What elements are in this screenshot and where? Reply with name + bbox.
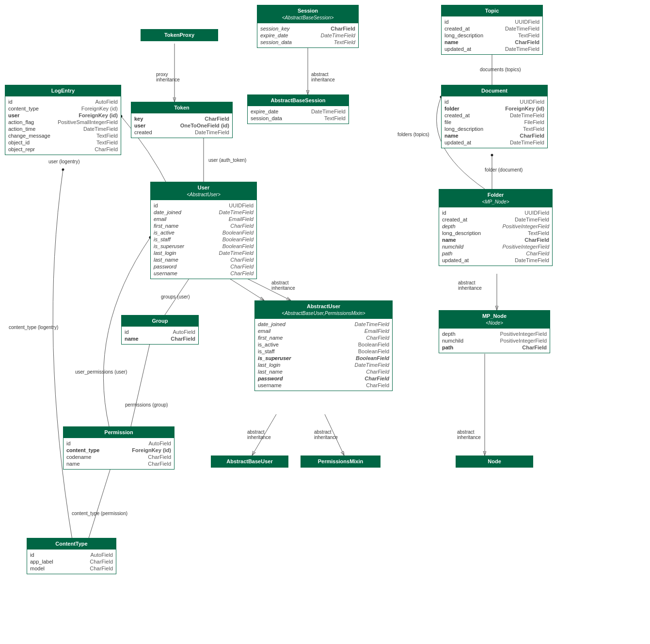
label-documents-topics: documents (topics) bbox=[480, 67, 521, 72]
entity-title: Topic bbox=[485, 8, 499, 14]
table-row: change_messageTextField bbox=[8, 132, 118, 139]
table-row: expire_dateDateTimeField bbox=[251, 108, 346, 115]
entity-user: User <AbstractUser> idUUIDField date_joi… bbox=[150, 182, 257, 279]
table-row: content_typeForeignKey (id) bbox=[66, 447, 171, 454]
table-row: emailEmailField bbox=[258, 328, 389, 334]
entity-title: Permission bbox=[104, 429, 133, 435]
entity-subtitle: <AbstractBaseUser,PermissionsMixin> bbox=[259, 310, 388, 317]
entity-contentType: ContentType idAutoField app_labelCharFie… bbox=[27, 538, 116, 574]
table-row: idAutoField bbox=[66, 440, 171, 447]
table-row: last_loginDateTimeField bbox=[154, 250, 254, 256]
table-row: numchildPositiveIntegerField bbox=[442, 243, 549, 250]
entity-body-contentType: idAutoField app_labelCharField modelChar… bbox=[27, 550, 116, 574]
table-row: object_idTextField bbox=[8, 139, 118, 146]
table-row: idAutoField bbox=[125, 329, 195, 335]
table-row: object_reprCharField bbox=[8, 146, 118, 153]
table-row: is_superuserBooleanField bbox=[154, 243, 254, 250]
label-folders-topics: folders (topics) bbox=[397, 132, 429, 137]
label-content-type-permission: content_type (permission) bbox=[72, 511, 127, 516]
table-row: userOneToOneField (id) bbox=[134, 122, 229, 129]
entity-title: User bbox=[155, 184, 253, 191]
table-row: emailEmailField bbox=[154, 216, 254, 222]
label-user-permissions-user: user_permissions (user) bbox=[75, 369, 127, 375]
entity-header-abstractBaseSession: AbstractBaseSession bbox=[248, 95, 349, 106]
table-row: long_descriptionTextField bbox=[444, 126, 544, 132]
table-row: long_descriptionTextField bbox=[442, 230, 549, 236]
table-row: nameCharField bbox=[444, 39, 539, 46]
table-row: action_timeDateTimeField bbox=[8, 126, 118, 132]
label-abstract-inheritance-mpnode: abstract inheritance bbox=[458, 280, 482, 291]
entity-title: Document bbox=[481, 88, 507, 94]
table-row: is_staffBooleanField bbox=[154, 236, 254, 243]
table-row: nameCharField bbox=[442, 236, 549, 243]
table-row: action_flagPositiveSmallIntegerField bbox=[8, 119, 118, 126]
entity-header-topic: Topic bbox=[442, 5, 542, 16]
label-folder-document: folder (document) bbox=[485, 167, 523, 173]
entity-abstractBaseSession: AbstractBaseSession expire_dateDateTimeF… bbox=[247, 94, 349, 124]
entity-body-permission: idAutoField content_typeForeignKey (id) … bbox=[63, 438, 174, 469]
entity-topic: Topic idUUIDField created_atDateTimeFiel… bbox=[441, 5, 543, 55]
table-row: fileFileField bbox=[444, 119, 544, 126]
entity-permission: Permission idAutoField content_typeForei… bbox=[63, 426, 174, 470]
table-row: keyCharField bbox=[134, 115, 229, 122]
table-row: userForeignKey (id) bbox=[8, 112, 118, 119]
label-user-auth-token: user (auth_token) bbox=[208, 157, 246, 163]
label-content-type-logentry: content_type (logentry) bbox=[9, 325, 58, 330]
table-row: passwordCharField bbox=[154, 263, 254, 270]
table-row: usernameCharField bbox=[258, 382, 389, 389]
entity-title: LogEntry bbox=[51, 88, 75, 94]
label-abstract-inheritance-pm: abstract inheritance bbox=[314, 429, 338, 440]
table-row: nameCharField bbox=[66, 460, 171, 467]
table-row: createdDateTimeField bbox=[134, 129, 229, 136]
table-row: first_nameCharField bbox=[154, 222, 254, 229]
table-row: numchildPositiveIntegerField bbox=[442, 337, 547, 344]
entity-body-group: idAutoField nameCharField bbox=[122, 327, 198, 344]
entity-node: Node bbox=[456, 456, 533, 468]
entity-header-user: User <AbstractUser> bbox=[151, 182, 256, 200]
table-row: session_dataTextField bbox=[251, 115, 346, 122]
entity-header-logEntry: LogEntry bbox=[5, 85, 121, 96]
table-row: content_typeForeignKey (id) bbox=[8, 105, 118, 112]
entity-title: Session bbox=[261, 7, 354, 15]
entity-header-abstractBaseUser: AbstractBaseUser bbox=[211, 456, 288, 467]
entity-title: MP_Node bbox=[443, 313, 546, 320]
table-row: is_activeBooleanField bbox=[258, 341, 389, 348]
svg-line-9 bbox=[87, 465, 111, 543]
table-row: depthPositiveIntegerField bbox=[442, 223, 549, 230]
entity-title: Folder bbox=[443, 191, 548, 199]
entity-subtitle: <MP_Node> bbox=[443, 199, 548, 205]
table-row: long_descriptionTextField bbox=[444, 32, 539, 39]
entity-header-group: Group bbox=[122, 315, 198, 327]
entity-header-document: Document bbox=[442, 85, 547, 96]
table-row: is_superuserBooleanField bbox=[258, 355, 389, 361]
entity-title: PermissionsMixin bbox=[318, 458, 364, 464]
entity-header-mpNode: MP_Node <Node> bbox=[439, 311, 550, 329]
table-row: idUUIDField bbox=[442, 209, 549, 216]
entity-permissionsMixin: PermissionsMixin bbox=[301, 456, 380, 468]
entity-title: TokenProxy bbox=[164, 32, 194, 38]
table-row: nameCharField bbox=[125, 335, 195, 342]
entity-session: Session <AbstractBaseSession> session_ke… bbox=[257, 5, 359, 48]
table-row: idAutoField bbox=[8, 98, 118, 105]
label-user-logentry: user (logentry) bbox=[48, 159, 79, 164]
entity-document: Document idUUIDField folderForeignKey (i… bbox=[441, 85, 548, 148]
entity-title: Node bbox=[488, 458, 501, 464]
entity-subtitle: <AbstractBaseSession> bbox=[261, 15, 354, 21]
table-row: updated_atDateTimeField bbox=[442, 257, 549, 264]
table-row: session_keyCharField bbox=[260, 25, 355, 32]
entity-body-document: idUUIDField folderForeignKey (id) create… bbox=[442, 96, 547, 148]
table-row: created_atDateTimeField bbox=[444, 25, 539, 32]
table-row: created_atDateTimeField bbox=[442, 216, 549, 223]
label-permissions-group: permissions (group) bbox=[125, 402, 168, 408]
entity-header-tokenProxy: TokenProxy bbox=[141, 30, 218, 41]
label-abstract-inheritance-abu: abstract inheritance bbox=[247, 429, 271, 440]
table-row: date_joinedDateTimeField bbox=[154, 209, 254, 216]
entity-abstractUserMixin: AbstractUser <AbstractBaseUser,Permissio… bbox=[254, 300, 393, 391]
table-row: last_loginDateTimeField bbox=[258, 361, 389, 368]
table-row: is_staffBooleanField bbox=[258, 348, 389, 355]
entity-header-abstractUserMixin: AbstractUser <AbstractBaseUser,Permissio… bbox=[255, 301, 392, 319]
entity-title: AbstractUser bbox=[259, 303, 388, 310]
label-proxy-inheritance: proxy inheritance bbox=[156, 72, 180, 82]
entity-logEntry: LogEntry idAutoField content_typeForeign… bbox=[5, 85, 121, 155]
entity-body-token: keyCharField userOneToOneField (id) crea… bbox=[131, 113, 232, 138]
